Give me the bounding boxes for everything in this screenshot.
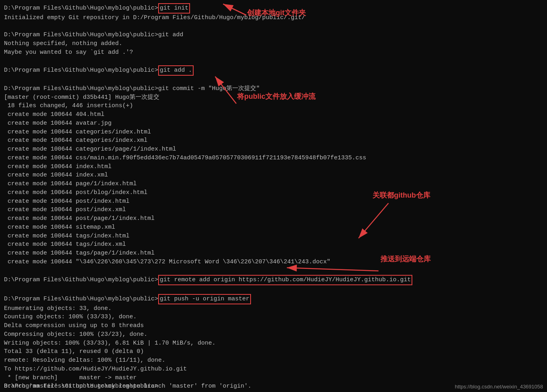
terminal-line: D:\Program Files\Github\Hugo\myblog\publ… (4, 294, 543, 304)
annotation-1: 创建本地git文件夹 (247, 8, 306, 18)
terminal-line: Writing objects: 100% (33/33), 6.81 KiB … (4, 339, 543, 348)
watermark: https://blog.csdn.net/weixin_43691058 (455, 384, 543, 390)
annotation-2: 将public文件放入缓冲流 (237, 92, 316, 101)
terminal-line: create mode 100644 post/index.html (4, 197, 543, 206)
terminal-line: create mode 100644 categories/index.xml (4, 136, 543, 145)
terminal-line: create mode 100644 index.html (4, 163, 543, 171)
terminal-line: create mode 100644 tags/page/1/index.htm… (4, 249, 543, 258)
terminal-line: To https://github.com/HudieJY/HudieJY.gi… (4, 365, 543, 374)
terminal-line: create mode 100644 tags/index.xml (4, 240, 543, 249)
bottom-prompt: D:\Program Files\Github\Hugo\myblog\publ… (4, 383, 158, 390)
terminal-line (4, 57, 543, 66)
annotation-4: 推送到远端仓库 (380, 254, 431, 264)
terminal-line (4, 76, 543, 84)
terminal-line: create mode 100644 categories/index.html (4, 128, 543, 137)
terminal-line: create mode 100644 css/main.min.f90f5edd… (4, 154, 543, 163)
terminal-window: D:\Program Files\Github\Hugo\myblog\publ… (0, 0, 547, 392)
terminal-line: create mode 100644 post/page/1/index.htm… (4, 214, 543, 223)
terminal-line: create mode 100644 404.html (4, 110, 543, 119)
terminal-line: Compressing objects: 100% (23/23), done. (4, 330, 543, 339)
terminal-line: Nothing specified, nothing added. (4, 39, 543, 48)
terminal-line: create mode 100644 sitemap.xml (4, 223, 543, 232)
terminal-line: Total 33 (delta 11), reused 0 (delta 0) (4, 347, 543, 356)
terminal-line: * [new branch] master -> master (4, 374, 543, 382)
terminal-line: D:\Program Files\Github\Hugo\myblog\publ… (4, 275, 543, 285)
terminal-line: create mode 100644 tags/index.html (4, 232, 543, 241)
terminal-line (4, 285, 543, 294)
annotation-3: 关联都github仓库 (373, 190, 430, 200)
terminal-line: create mode 100644 post/blog/index.html (4, 188, 543, 197)
terminal-line (4, 267, 543, 275)
terminal-line: create mode 100644 page/1/index.html (4, 180, 543, 188)
terminal-line: D:\Program Files\Github\Hugo\myblog\publ… (4, 65, 543, 76)
terminal-line (4, 22, 543, 31)
terminal-line: Delta compression using up to 8 threads (4, 321, 543, 330)
terminal-line: create mode 100644 avatar.jpg (4, 119, 543, 128)
terminal-line: Enumerating objects: 33, done. (4, 304, 543, 313)
terminal-line: create mode 100644 index.xml (4, 171, 543, 180)
terminal-line: remote: Resolving deltas: 100% (11/11), … (4, 356, 543, 365)
terminal-line: Counting objects: 100% (33/33), done. (4, 313, 543, 321)
terminal-line: create mode 100644 categories/page/1/ind… (4, 145, 543, 154)
terminal-line: create mode 100644 post/index.xml (4, 206, 543, 214)
terminal-line: Maybe you wanted to say `git add .'? (4, 48, 543, 57)
terminal-line: D:\Program Files\Github\Hugo\myblog\publ… (4, 31, 543, 39)
terminal-line: create mode 100644 "\346\226\260\345\273… (4, 258, 543, 267)
terminal-line: 18 files changed, 446 insertions(+) (4, 102, 543, 110)
